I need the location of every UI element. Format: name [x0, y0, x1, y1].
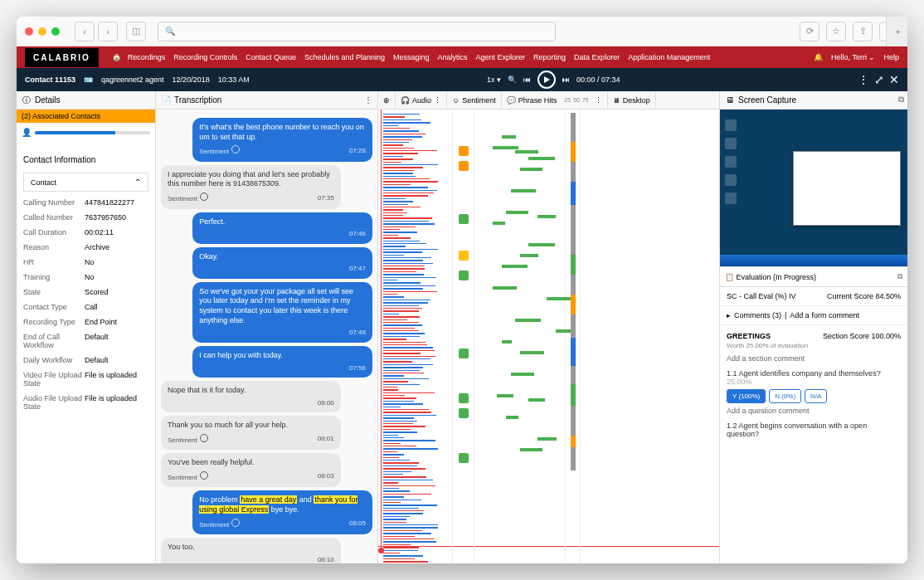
home-icon[interactable]: 🏠	[112, 53, 121, 61]
eval-comments-row[interactable]: ▸ Comments (3) | Add a form comment	[720, 306, 907, 325]
taskbar-thumb	[720, 255, 907, 266]
playback-speed[interactable]: 1x ▾	[487, 76, 501, 84]
sentiment-face-icon	[231, 519, 240, 527]
new-tab-button[interactable]: +	[886, 17, 907, 46]
transcript-message: No problem have a great day and thank yo…	[192, 490, 372, 534]
waveform-bar	[383, 209, 403, 210]
bookmark-button[interactable]: ☆	[826, 22, 846, 41]
sentiment-lane	[453, 110, 474, 563]
zoom-out-icon[interactable]: 🔍	[508, 76, 517, 84]
waveform-bar	[383, 500, 421, 500]
answer-na-button[interactable]: N/A	[805, 389, 827, 403]
waveform-bar	[383, 271, 416, 272]
waveform-bar	[383, 148, 414, 149]
waveform-bar	[383, 342, 426, 343]
transcript-body[interactable]: It's what's the best phone number to rea…	[156, 110, 377, 563]
close-window-icon[interactable]	[25, 27, 33, 36]
waveform-bar	[383, 310, 419, 311]
minimize-window-icon[interactable]	[38, 27, 46, 36]
maximize-window-icon[interactable]	[51, 27, 60, 36]
waveform-bar	[383, 558, 415, 559]
phrase-more-icon[interactable]: ⋮	[595, 96, 602, 105]
more-options-icon[interactable]: ⋮	[858, 73, 869, 86]
add-question-comment-link[interactable]: Add a question comment	[727, 407, 901, 415]
sentiment-face-icon	[200, 471, 208, 480]
detail-row: TrainingNo	[23, 270, 148, 285]
waveform-bar	[383, 308, 422, 309]
nav-messaging[interactable]: Messaging	[393, 53, 430, 61]
detail-key: Training	[23, 273, 85, 281]
popout-icon[interactable]: ⧉	[898, 95, 904, 105]
play-button[interactable]	[537, 71, 556, 89]
associated-contact-row[interactable]: 👤	[17, 123, 155, 142]
waveform-bar	[383, 319, 407, 320]
checklist-icon: 📋	[725, 273, 734, 281]
waveform-bar	[383, 522, 406, 523]
associated-contacts-banner[interactable]: (2) Associated Contacts	[17, 110, 155, 123]
help-link[interactable]: Help	[883, 53, 899, 61]
waveform-bar	[383, 187, 428, 188]
waveform-bar	[383, 158, 413, 159]
nav-recording-controls[interactable]: Recording Controls	[173, 53, 237, 61]
agent-name: qagreennet2 agent	[101, 76, 164, 84]
waveform-bar	[383, 465, 417, 466]
share-button[interactable]: ⇪	[853, 22, 873, 41]
desktop-icon: 🖥	[613, 96, 620, 105]
viz-timeline[interactable]	[378, 110, 719, 563]
waveform-bar	[383, 193, 434, 193]
zoom-icon[interactable]: ⊕	[383, 96, 390, 105]
nav-data-explorer[interactable]: Data Explorer	[574, 53, 620, 61]
waveform-bar	[383, 462, 419, 463]
screen-capture-view[interactable]	[720, 110, 907, 267]
answer-no-button[interactable]: N (0%)	[769, 389, 801, 403]
skip-start-icon[interactable]: ⏮	[523, 76, 531, 84]
audio-lane	[378, 110, 453, 563]
close-icon[interactable]: ✕	[889, 73, 899, 86]
address-bar[interactable]: 🔍	[158, 22, 556, 41]
audio-icon: 🎧	[401, 96, 410, 105]
waveform-bar	[383, 227, 416, 227]
add-section-comment-link[interactable]: Add a section comment	[727, 354, 901, 363]
nav-recordings[interactable]: Recordings	[128, 53, 166, 61]
skip-end-icon[interactable]: ⏭	[562, 76, 570, 84]
phrase-hit-bar	[506, 211, 528, 214]
detail-value: File is uploaded	[85, 371, 148, 387]
waveform-bar	[383, 553, 400, 553]
nav-agent-explorer[interactable]: Agent Explorer	[476, 53, 526, 61]
nav-contact-queue[interactable]: Contact Queue	[246, 53, 296, 61]
nav-schedules[interactable]: Schedules and Planning	[304, 53, 385, 61]
forward-button[interactable]: ›	[98, 22, 118, 41]
waveform-bar	[383, 407, 401, 407]
transcript-message: You've been really helpful.Sentiment08:0…	[161, 453, 341, 487]
nav-analytics[interactable]: Analytics	[438, 53, 468, 61]
sentiment-face-icon	[200, 193, 208, 201]
waveform-bar	[383, 162, 401, 163]
waveform-bar	[383, 246, 406, 246]
person-icon: 👤	[22, 128, 32, 137]
waveform-bar	[383, 178, 430, 179]
waveform-bar	[383, 314, 399, 314]
detail-row: Video File Upload StateFile is uploaded	[23, 368, 148, 391]
back-button[interactable]: ‹	[75, 22, 95, 41]
waveform-bar	[383, 204, 408, 205]
nav-reporting[interactable]: Reporting	[533, 53, 566, 61]
waveform-bar	[383, 451, 397, 452]
contact-collapse-toggle[interactable]: Contact	[23, 173, 148, 192]
add-form-comment-link[interactable]: Add a form comment	[790, 311, 859, 319]
user-menu[interactable]: Hello, Terri ⌄	[831, 53, 875, 61]
sidebar-toggle-button[interactable]: ◫	[126, 22, 146, 41]
waveform-bar	[383, 440, 435, 441]
expand-icon[interactable]: ⤢	[874, 73, 884, 86]
audio-more-icon[interactable]: ⋮	[434, 96, 441, 105]
details-header: ⓘ Details	[17, 91, 155, 110]
detail-key: Recording Type	[23, 318, 85, 326]
section-worth: Worth 25.00% of evaluation	[727, 342, 901, 349]
notifications-icon[interactable]: 🔔	[814, 53, 823, 61]
desktop-activity-bar	[571, 182, 576, 204]
refresh-button[interactable]: ⟳	[800, 22, 819, 41]
transcription-more-icon[interactable]: ⋮	[364, 95, 372, 105]
eval-popout-icon[interactable]: ⧉	[897, 272, 902, 281]
answer-yes-button[interactable]: Y (100%)	[727, 389, 766, 403]
waveform-bar	[383, 541, 436, 542]
nav-application-management[interactable]: Application Management	[628, 53, 710, 61]
